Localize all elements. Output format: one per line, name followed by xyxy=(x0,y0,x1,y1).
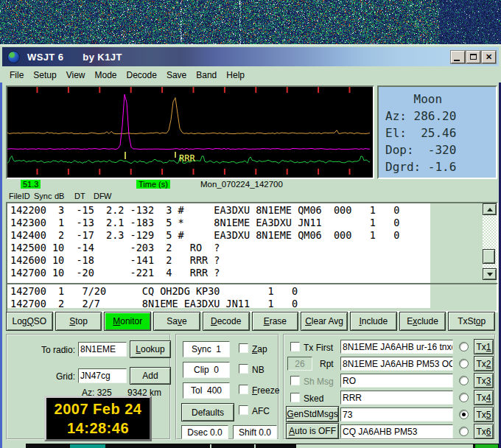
avg-line: 142700 1 7/20 CQ OH2DG KP30 1 0 xyxy=(10,285,298,297)
auto-toggle-button[interactable]: Auto is OFF xyxy=(286,423,339,439)
decode-line: 142500 10 -14 -203 2 RO ? xyxy=(10,242,220,253)
afc-checkbox[interactable] xyxy=(239,405,248,415)
tx4-button[interactable]: Tx4 xyxy=(474,390,494,405)
utc-clock: 2007 Feb 24 14:28:46 xyxy=(44,396,152,441)
decoded-text-area[interactable]: 142200 3 -15 2.2 -132 3 # EA3DXU 8N1EME … xyxy=(6,202,498,284)
lookup-button[interactable]: Lookup xyxy=(130,340,171,358)
tx-first-label: Tx First xyxy=(304,343,333,353)
sh-msg-label: Sh Msg xyxy=(304,377,334,387)
nb-checkbox[interactable] xyxy=(239,364,248,374)
window-title-app: WSJT 6 xyxy=(27,52,63,63)
tx3-button[interactable]: Tx3 xyxy=(474,373,494,388)
dsec-control[interactable]: Dsec 0.0 xyxy=(181,425,228,439)
strip-pale-segment xyxy=(296,444,473,448)
to-radio-input[interactable]: 8N1EME xyxy=(78,342,127,357)
strip-divider xyxy=(210,444,211,448)
sh-msg-checkbox[interactable] xyxy=(290,376,300,385)
col-df: DF xyxy=(94,192,105,200)
close-icon: ✕ xyxy=(486,53,492,61)
minimize-button[interactable] xyxy=(451,51,465,63)
menu-band[interactable]: Band xyxy=(196,70,217,80)
signal-plot[interactable]: RRR xyxy=(6,85,374,179)
minimize-icon xyxy=(454,60,460,61)
nb-label: NB xyxy=(252,365,264,375)
exclude-button[interactable]: Exclude xyxy=(399,312,446,331)
decode-column-headers: FileID Sync dB DT DF W xyxy=(0,192,501,201)
params-group: Sync 1 Clip 0 Tol 400 Defaults Dsec 0.0 … xyxy=(175,334,279,440)
tx2-radio[interactable] xyxy=(459,359,469,368)
decode-scrollbar[interactable] xyxy=(483,203,497,280)
clear-avg-button[interactable]: Clear Avg xyxy=(301,312,348,331)
tx-message-1[interactable]: 8N1EME JA6AHB ur-16 tnxqso xyxy=(340,340,453,354)
scroll-track[interactable] xyxy=(483,215,497,268)
col-db: dB xyxy=(55,192,64,200)
tx1-button[interactable]: Tx1 xyxy=(474,339,494,354)
scroll-thumb[interactable] xyxy=(483,249,495,264)
clock-date: 2007 Feb 24 xyxy=(55,399,142,419)
decode-line: 142300 1 -13 2.1 -183 5 * 8N1EME EA3DXU … xyxy=(10,217,399,228)
tol-control[interactable]: Tol 400 xyxy=(183,382,230,399)
signal-plot-traces: RRR xyxy=(7,87,370,175)
menu-help[interactable]: Help xyxy=(226,70,245,80)
menu-file[interactable]: File xyxy=(10,70,24,80)
tx-message-5[interactable]: 73 xyxy=(340,407,453,421)
rpt-value: 26 xyxy=(287,357,312,371)
tx6-radio[interactable] xyxy=(459,427,469,436)
decode-line: 142400 2 -17 2.3 -129 5 # EA3DXU 8N1EME … xyxy=(10,229,399,241)
erase-button[interactable]: Erase xyxy=(252,312,299,331)
tx-message-3[interactable]: RO xyxy=(340,374,453,388)
shift-control[interactable]: Shift 0.0 xyxy=(233,425,277,439)
sync-control[interactable]: Sync 1 xyxy=(183,341,230,357)
freeze-label: Freeze xyxy=(252,385,279,396)
zap-label: Zap xyxy=(252,344,267,354)
maximize-icon xyxy=(470,54,477,60)
clip-control[interactable]: Clip 0 xyxy=(183,362,230,378)
col-sync: Sync xyxy=(34,192,52,200)
menu-mode[interactable]: Mode xyxy=(95,70,117,80)
menu-setup[interactable]: Setup xyxy=(33,70,56,80)
decode-line: 142700 10 -20 -221 4 RRR ? xyxy=(10,267,220,279)
include-button[interactable]: Include xyxy=(350,312,397,331)
tx4-radio[interactable] xyxy=(459,393,469,402)
time-axis-chip: Time (s) xyxy=(136,180,170,189)
tx-message-2[interactable]: 8N1EME JA6AHB PM53 OOO xyxy=(340,357,453,371)
tx6-button[interactable]: Tx6 xyxy=(474,424,494,439)
tx-message-4[interactable]: RRR xyxy=(340,391,453,405)
sked-checkbox[interactable] xyxy=(290,393,300,402)
tx5-button[interactable]: Tx5 xyxy=(474,407,494,422)
grid-label: Grid: xyxy=(29,371,75,382)
titlebar[interactable]: WSJT 6 by K1JT ✕ xyxy=(2,47,499,66)
freeze-checkbox[interactable] xyxy=(239,385,248,394)
menu-save[interactable]: Save xyxy=(167,70,186,80)
tx1-radio[interactable] xyxy=(459,342,469,351)
menu-decode[interactable]: Decode xyxy=(127,70,157,80)
tx-first-checkbox[interactable] xyxy=(290,342,300,351)
scroll-down-button[interactable] xyxy=(483,268,497,280)
window-title-author: by K1JT xyxy=(83,52,122,63)
menu-view[interactable]: View xyxy=(66,70,85,80)
decode-line: 142600 10 -18 -141 2 RRR ? xyxy=(10,254,220,266)
log-qso-button[interactable]: Log QSO xyxy=(6,312,53,331)
moon-info-text: Moon Az: 286.20 El: 25.46 Dop: -320 Dgrd… xyxy=(379,87,496,175)
plot-status-row: 51.3 Time (s) Mon_070224_142700 xyxy=(0,180,501,191)
avg-line: 142700 2 2/7 8N1EME EA3DXU JN11 1 0 xyxy=(10,298,298,309)
txstop-button[interactable]: TxStop xyxy=(448,312,495,331)
gen-std-msgs-button[interactable]: GenStdMsgs xyxy=(286,406,339,422)
tx3-radio[interactable] xyxy=(459,376,469,385)
scroll-up-button[interactable] xyxy=(483,203,497,215)
monitor-button[interactable]: Monitor xyxy=(104,312,151,331)
tx-message-6[interactable]: CQ JA6AHB PM53 xyxy=(340,424,453,438)
decode-button[interactable]: Decode xyxy=(203,312,250,331)
add-button[interactable]: Add xyxy=(130,367,171,385)
defaults-button[interactable]: Defaults xyxy=(181,403,234,421)
save-button[interactable]: Save xyxy=(153,312,200,331)
average-text-area[interactable]: 142700 1 7/20 CQ OH2DG KP30 1 0 142700 2… xyxy=(6,283,498,312)
tx2-button[interactable]: Tx2 xyxy=(474,356,494,371)
grid-input[interactable]: JN47cg xyxy=(78,368,127,383)
close-button[interactable]: ✕ xyxy=(482,51,496,63)
maximize-button[interactable] xyxy=(466,51,480,63)
tx5-radio[interactable] xyxy=(459,410,469,419)
zap-checkbox[interactable] xyxy=(239,343,248,353)
desktop-edge-left xyxy=(0,83,2,448)
stop-button[interactable]: Stop xyxy=(55,312,102,331)
